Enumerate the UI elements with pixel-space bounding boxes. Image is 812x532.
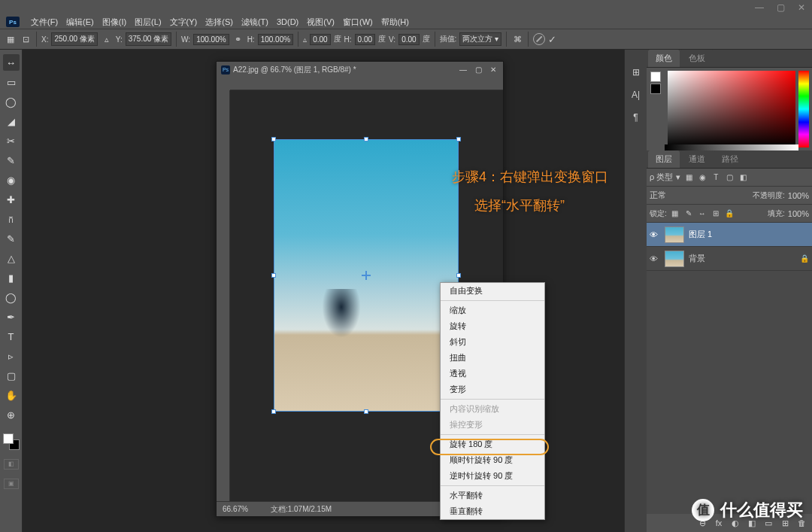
- quickmask-icon[interactable]: ◧: [4, 459, 19, 470]
- layer-name[interactable]: 背景: [689, 253, 705, 264]
- shape-tool-icon[interactable]: ▢: [3, 367, 20, 384]
- blend-mode-select[interactable]: 正常: [650, 190, 750, 201]
- layer-row[interactable]: 👁 背景 🔒: [647, 247, 812, 271]
- transform-center-icon[interactable]: [362, 271, 371, 280]
- context-item[interactable]: 旋转: [441, 318, 544, 334]
- hue-strip[interactable]: [798, 71, 809, 147]
- layer-row[interactable]: 👁 图层 1: [647, 223, 812, 247]
- doc-minimize-button[interactable]: —: [458, 65, 468, 75]
- angle-value[interactable]: 0.00: [310, 34, 330, 45]
- dodge-tool-icon[interactable]: ◯: [3, 289, 20, 306]
- transform-handle[interactable]: [271, 273, 276, 278]
- fill-value[interactable]: 100%: [788, 209, 809, 218]
- menu-view[interactable]: 视图(V): [304, 17, 338, 28]
- context-item[interactable]: 垂直翻转: [441, 503, 544, 519]
- context-item[interactable]: 透视: [441, 366, 544, 382]
- context-item[interactable]: 斜切: [441, 334, 544, 350]
- filter-type-icon[interactable]: T: [710, 172, 721, 183]
- vertical-ruler[interactable]: [217, 90, 230, 501]
- character-panel-icon[interactable]: A|: [629, 87, 644, 102]
- menu-file[interactable]: 文件(F): [28, 17, 61, 28]
- color-field[interactable]: [668, 71, 795, 147]
- lasso-tool-icon[interactable]: ◯: [3, 93, 20, 110]
- visibility-icon[interactable]: 👁: [650, 230, 660, 239]
- filter-smart-icon[interactable]: ◧: [738, 172, 748, 183]
- transform-handle[interactable]: [364, 409, 368, 414]
- chevron-down-icon[interactable]: ▾: [676, 172, 680, 182]
- window-minimize-button[interactable]: —: [749, 0, 770, 15]
- opacity-value[interactable]: 100%: [788, 191, 809, 200]
- path-select-tool-icon[interactable]: ▹: [3, 348, 20, 364]
- history-brush-tool-icon[interactable]: ⩃: [3, 211, 20, 227]
- filter-adjust-icon[interactable]: ◉: [697, 172, 707, 183]
- filter-pixel-icon[interactable]: ▦: [683, 172, 694, 183]
- eyedropper-tool-icon[interactable]: ✂: [3, 132, 20, 149]
- context-item[interactable]: 变形: [441, 382, 544, 397]
- tab-layers[interactable]: 图层: [648, 150, 680, 168]
- context-item[interactable]: 扭曲: [441, 350, 544, 366]
- w-value[interactable]: 100.00%: [193, 34, 229, 45]
- doc-info[interactable]: 文档:1.07M/2.15M: [271, 504, 332, 515]
- tab-swatches[interactable]: 色板: [681, 50, 713, 67]
- menu-3d[interactable]: 3D(D): [274, 17, 301, 26]
- tab-color[interactable]: 颜色: [648, 50, 680, 67]
- lock-pixel-icon[interactable]: ✎: [683, 208, 694, 219]
- transform-handle[interactable]: [364, 137, 368, 141]
- type-tool-icon[interactable]: T: [3, 328, 20, 345]
- cancel-transform-icon[interactable]: [533, 33, 545, 45]
- tab-paths[interactable]: 路径: [714, 150, 746, 168]
- vskew-value[interactable]: 0.00: [398, 34, 419, 45]
- menu-help[interactable]: 帮助(H): [378, 17, 412, 28]
- visibility-icon[interactable]: 👁: [650, 254, 660, 263]
- commit-transform-icon[interactable]: ✓: [548, 34, 556, 45]
- layer-filter-kind[interactable]: ρ 类型: [650, 172, 673, 183]
- color-swatch[interactable]: [3, 433, 20, 450]
- tab-channels[interactable]: 通道: [681, 150, 713, 168]
- doc-maximize-button[interactable]: ▢: [473, 65, 483, 75]
- hand-tool-icon[interactable]: ✋: [3, 387, 20, 403]
- y-value[interactable]: 375.00 像素: [126, 32, 171, 46]
- paragraph-panel-icon[interactable]: ¶: [629, 110, 644, 125]
- h-value[interactable]: 100.00%: [258, 34, 293, 45]
- menu-window[interactable]: 窗口(W): [340, 17, 376, 28]
- spot-heal-tool-icon[interactable]: ✎: [3, 152, 20, 169]
- fg-color-box[interactable]: [650, 71, 661, 82]
- blur-tool-icon[interactable]: ▮: [3, 269, 20, 286]
- transform-handle[interactable]: [456, 137, 461, 141]
- menu-filter[interactable]: 滤镜(T): [238, 17, 271, 28]
- gradient-tool-icon[interactable]: △: [3, 250, 20, 266]
- bg-color-box[interactable]: [650, 84, 661, 94]
- menu-image[interactable]: 图像(I): [99, 17, 129, 28]
- lock-pos-icon[interactable]: ↔: [697, 208, 707, 219]
- zoom-level[interactable]: 66.67%: [223, 505, 248, 513]
- horizontal-ruler[interactable]: [230, 78, 503, 90]
- window-close-button[interactable]: ✕: [791, 0, 812, 15]
- transform-handle[interactable]: [271, 137, 276, 141]
- context-item[interactable]: 顺时针旋转 90 度: [441, 452, 544, 468]
- hskew-value[interactable]: 0.00: [355, 34, 375, 45]
- menu-edit[interactable]: 编辑(E): [63, 17, 97, 28]
- screenmode-icon[interactable]: ▣: [4, 479, 19, 489]
- transform-box[interactable]: [274, 139, 459, 412]
- transform-handle[interactable]: [271, 409, 276, 414]
- transform-handle[interactable]: [456, 273, 461, 278]
- pen-tool-icon[interactable]: ✒: [3, 309, 20, 325]
- lock-trans-icon[interactable]: ▦: [670, 208, 680, 219]
- interp-select[interactable]: 两次立方 ▾: [459, 32, 501, 46]
- filter-shape-icon[interactable]: ▢: [724, 172, 735, 183]
- menu-type[interactable]: 文字(Y): [167, 17, 201, 28]
- context-item[interactable]: 逆时针旋转 90 度: [441, 468, 544, 484]
- context-item[interactable]: 自由变换: [441, 283, 544, 299]
- marquee-tool-icon[interactable]: ▭: [3, 74, 20, 90]
- context-item[interactable]: 旋转 180 度: [441, 436, 544, 452]
- brush-tool-icon[interactable]: ◉: [3, 172, 20, 188]
- lock-all-icon[interactable]: 🔒: [724, 208, 735, 219]
- reference-point-icon[interactable]: ⊡: [20, 33, 32, 45]
- swap-xy-icon[interactable]: ▵: [101, 33, 113, 45]
- layer-name[interactable]: 图层 1: [689, 229, 712, 240]
- grayscale-strip[interactable]: [665, 144, 798, 150]
- eraser-tool-icon[interactable]: ✎: [3, 230, 20, 247]
- layer-thumbnail[interactable]: [665, 251, 684, 267]
- lock-artboard-icon[interactable]: ⊞: [710, 208, 721, 219]
- window-maximize-button[interactable]: ▢: [770, 0, 791, 15]
